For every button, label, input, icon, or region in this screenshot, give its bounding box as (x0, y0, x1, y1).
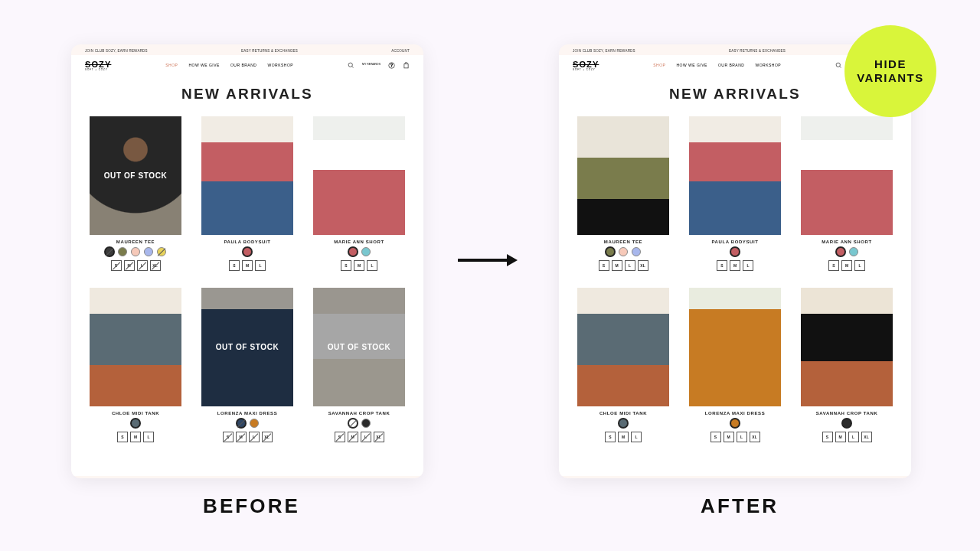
search-icon[interactable] (348, 58, 354, 72)
product-image[interactable]: OUT OF STOCK (90, 116, 181, 235)
color-swatch[interactable] (730, 419, 740, 428)
color-swatch[interactable] (144, 247, 153, 256)
product-image[interactable] (90, 288, 181, 406)
search-icon[interactable] (835, 58, 842, 72)
product-image[interactable] (689, 288, 781, 406)
size-option[interactable]: M (354, 260, 364, 271)
size-option[interactable]: XL (750, 432, 760, 442)
product-card[interactable]: CHLOE MIDI TANKSML (90, 288, 181, 442)
color-swatch[interactable] (606, 247, 615, 256)
color-swatch[interactable] (131, 247, 140, 256)
topbar-center[interactable]: EASY RETURNS & EXCHANGES (241, 49, 298, 53)
size-option[interactable]: L (631, 432, 642, 442)
size-option[interactable]: M (724, 432, 734, 442)
product-card[interactable]: LORENZA MAXI DRESSSMLXL (689, 288, 781, 442)
size-option[interactable]: S (341, 260, 351, 271)
rewards-link[interactable]: MY REWARDS (362, 64, 381, 67)
size-option[interactable]: M (730, 260, 740, 271)
size-option[interactable]: L (143, 432, 154, 442)
size-option[interactable]: XL (374, 432, 384, 442)
size-option[interactable]: M (841, 260, 852, 271)
size-option[interactable]: M (236, 432, 247, 442)
size-option[interactable]: L (137, 260, 148, 271)
nav-our-brand[interactable]: OUR BRAND (718, 63, 745, 67)
size-option[interactable]: S (335, 432, 345, 442)
color-swatch[interactable] (361, 247, 371, 256)
size-option[interactable]: L (854, 260, 865, 271)
size-option[interactable]: L (737, 432, 747, 442)
size-option[interactable]: XL (861, 432, 872, 442)
color-swatch[interactable] (105, 247, 114, 256)
size-option[interactable]: XL (262, 432, 273, 442)
product-card[interactable]: MARIE ANN SHORTSML (801, 116, 893, 271)
product-card[interactable]: CHLOE MIDI TANKSML (577, 288, 669, 442)
size-option[interactable]: S (111, 260, 122, 271)
product-card[interactable]: PAULA BODYSUITSML (201, 116, 293, 271)
product-image[interactable] (577, 288, 669, 406)
color-swatch[interactable] (619, 247, 628, 256)
color-swatch[interactable] (250, 419, 259, 428)
color-swatch[interactable] (157, 247, 166, 256)
size-option[interactable]: L (255, 260, 266, 271)
product-image[interactable] (577, 116, 669, 235)
size-option[interactable]: S (822, 432, 833, 442)
size-option[interactable]: S (229, 260, 240, 271)
nav-shop[interactable]: SHOP (165, 63, 178, 67)
product-card[interactable]: OUT OF STOCKLORENZA MAXI DRESSSMLXL (201, 288, 293, 442)
product-card[interactable]: MAUREEN TEESMLXL (577, 116, 669, 271)
color-swatch[interactable] (348, 247, 358, 256)
size-option[interactable]: S (605, 432, 616, 442)
color-swatch[interactable] (836, 247, 845, 256)
nav-our-brand[interactable]: OUR BRAND (230, 63, 257, 67)
size-option[interactable]: S (828, 260, 839, 271)
product-card[interactable]: PAULA BODYSUITSML (689, 116, 781, 271)
color-swatch[interactable] (348, 419, 358, 428)
topbar-right[interactable]: ACCOUNT (391, 49, 410, 53)
size-option[interactable]: M (618, 432, 629, 442)
size-option[interactable]: L (361, 432, 371, 442)
nav-how-we-give[interactable]: HOW WE GIVE (676, 63, 707, 67)
size-option[interactable]: M (124, 260, 135, 271)
size-option[interactable]: M (612, 260, 622, 271)
size-option[interactable]: M (348, 432, 358, 442)
product-image[interactable] (313, 116, 405, 235)
nav-workshop[interactable]: WORKSHOP (755, 63, 781, 67)
size-option[interactable]: L (625, 260, 635, 271)
color-swatch[interactable] (237, 419, 246, 428)
size-option[interactable]: S (117, 432, 128, 442)
help-icon[interactable]: ? (388, 58, 395, 72)
bag-icon[interactable] (403, 58, 410, 72)
product-image[interactable] (801, 288, 893, 406)
size-option[interactable]: XL (638, 260, 648, 271)
color-swatch[interactable] (243, 247, 252, 256)
product-image[interactable]: OUT OF STOCK (313, 288, 405, 406)
product-card[interactable]: OUT OF STOCKMAUREEN TEESMLXL (90, 116, 181, 271)
size-option[interactable]: L (743, 260, 753, 271)
product-image[interactable] (689, 116, 781, 235)
logo[interactable]: SOZY SOFT + COZY (573, 60, 599, 71)
color-swatch[interactable] (842, 419, 851, 428)
nav-how-we-give[interactable]: HOW WE GIVE (188, 63, 220, 67)
logo[interactable]: SOZY SOFT + COZY (85, 60, 111, 71)
color-swatch[interactable] (361, 419, 371, 428)
size-option[interactable]: XL (150, 260, 161, 271)
product-image[interactable] (201, 116, 293, 235)
product-card[interactable]: OUT OF STOCKSAVANNAH CROP TANKSMLXL (313, 288, 405, 442)
product-card[interactable]: MARIE ANN SHORTSML (313, 116, 405, 271)
topbar-left[interactable]: JOIN CLUB SOZY, EARN REWARDS (573, 49, 635, 53)
size-option[interactable]: S (710, 432, 721, 442)
size-option[interactable]: L (367, 260, 377, 271)
color-swatch[interactable] (118, 247, 127, 256)
color-swatch[interactable] (131, 419, 140, 428)
color-swatch[interactable] (619, 419, 628, 428)
size-option[interactable]: L (249, 432, 260, 442)
topbar-left[interactable]: JOIN CLUB SOZY, EARN REWARDS (85, 49, 148, 53)
topbar-center[interactable]: EASY RETURNS & EXCHANGES (729, 49, 786, 53)
size-option[interactable]: M (835, 432, 846, 442)
color-swatch[interactable] (632, 247, 641, 256)
product-card[interactable]: SAVANNAH CROP TANKSMLXL (801, 288, 893, 442)
nav-workshop[interactable]: WORKSHOP (267, 63, 293, 67)
product-image[interactable] (801, 116, 893, 235)
color-swatch[interactable] (849, 247, 858, 256)
product-image[interactable]: OUT OF STOCK (201, 288, 293, 406)
